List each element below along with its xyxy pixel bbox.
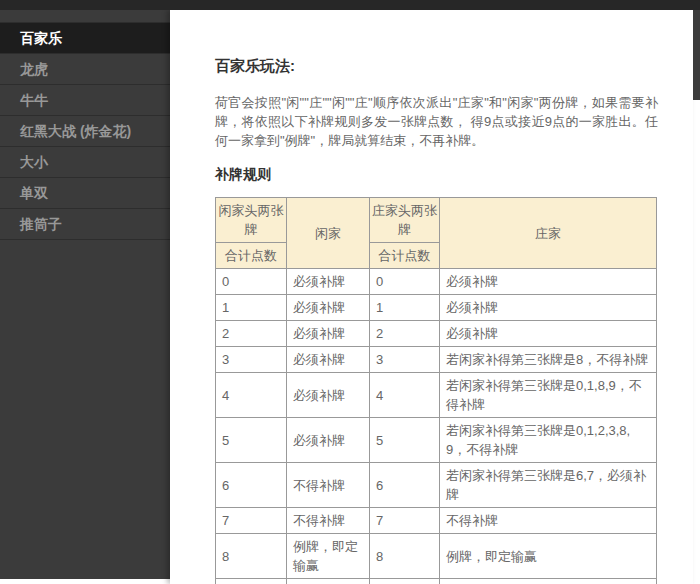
content-panel: 百家乐玩法: 荷官会按照"闲""庄""闲""庄"顺序依次派出"庄家"和"闲家"两… — [170, 10, 693, 584]
sidebar-item-3[interactable]: 红黑大战 (炸金花) — [0, 116, 170, 147]
cell-banker-rule: 不得补牌 — [440, 508, 657, 534]
table-row: 5必须补牌5若闲家补得第三张牌是0,1,2,3,8,9，不得补牌 — [216, 418, 657, 463]
table-row: 1必须补牌1必须补牌 — [216, 295, 657, 321]
cell-player-points: 3 — [216, 347, 287, 373]
sidebar-item-6[interactable]: 推筒子 — [0, 209, 170, 240]
cell-banker-points: 4 — [370, 373, 440, 418]
cell-player-points: 0 — [216, 269, 287, 295]
cell-banker-rule: 例牌，即定输赢 — [440, 579, 657, 584]
cell-player-rule: 不得补牌 — [287, 508, 370, 534]
cell-player-rule: 必须补牌 — [287, 373, 370, 418]
table-row: 9例牌，即定输赢9例牌，即定输赢 — [216, 579, 657, 584]
table-row: 8例牌，即定输赢8例牌，即定输赢 — [216, 534, 657, 579]
scrollbar-thumb[interactable] — [693, 10, 700, 100]
cell-banker-points: 1 — [370, 295, 440, 321]
sidebar-item-2[interactable]: 牛牛 — [0, 85, 170, 116]
cell-banker-points: 3 — [370, 347, 440, 373]
cell-player-points: 2 — [216, 321, 287, 347]
cell-player-points: 7 — [216, 508, 287, 534]
cell-player-points: 5 — [216, 418, 287, 463]
table-row: 7不得补牌7不得补牌 — [216, 508, 657, 534]
cell-player-rule: 例牌，即定输赢 — [287, 534, 370, 579]
cell-banker-rule: 若闲家补得第三张牌是0,1,2,3,8,9，不得补牌 — [440, 418, 657, 463]
table-row: 4必须补牌4若闲家补得第三张牌是0,1,8,9，不得补牌 — [216, 373, 657, 418]
page-title: 百家乐玩法: — [215, 57, 658, 76]
cell-banker-rule: 若闲家补得第三张牌是0,1,8,9，不得补牌 — [440, 373, 657, 418]
cell-banker-points: 9 — [370, 579, 440, 584]
cell-player-points: 6 — [216, 463, 287, 508]
cell-banker-rule: 必须补牌 — [440, 269, 657, 295]
cell-player-rule: 必须补牌 — [287, 321, 370, 347]
cell-banker-rule: 例牌，即定输赢 — [440, 534, 657, 579]
header-banker-two-cards: 庄家头两张牌 — [370, 198, 440, 243]
cell-player-rule: 必须补牌 — [287, 418, 370, 463]
sidebar-item-1[interactable]: 龙虎 — [0, 54, 170, 85]
table-row: 2必须补牌2必须补牌 — [216, 321, 657, 347]
cell-banker-rule: 必须补牌 — [440, 295, 657, 321]
cell-player-points: 8 — [216, 534, 287, 579]
header-banker-total: 合计点数 — [370, 243, 440, 269]
table-row: 6不得补牌6若闲家补得第三张牌是6,7，必须补牌 — [216, 463, 657, 508]
cell-player-rule: 必须补牌 — [287, 269, 370, 295]
rules-table-body: 0必须补牌0必须补牌1必须补牌1必须补牌2必须补牌2必须补牌3必须补牌3若闲家补… — [216, 269, 657, 584]
sidebar-menu: 百家乐龙虎牛牛红黑大战 (炸金花)大小单双推筒子 — [0, 22, 170, 240]
cell-player-points: 9 — [216, 579, 287, 584]
header-player: 闲家 — [287, 198, 370, 269]
sidebar-footer-gap — [0, 579, 170, 584]
cell-banker-points: 8 — [370, 534, 440, 579]
game-description: 荷官会按照"闲""庄""闲""庄"顺序依次派出"庄家"和"闲家"两份牌，如果需要… — [215, 93, 658, 150]
rules-table: 闲家头两张牌 闲家 庄家头两张牌 庄家 合计点数 合计点数 0必须补牌0必须补牌… — [215, 197, 657, 584]
table-row: 0必须补牌0必须补牌 — [216, 269, 657, 295]
sidebar-item-0[interactable]: 百家乐 — [0, 23, 170, 54]
cell-banker-points: 6 — [370, 463, 440, 508]
cell-banker-points: 7 — [370, 508, 440, 534]
cell-banker-points: 2 — [370, 321, 440, 347]
cell-banker-points: 5 — [370, 418, 440, 463]
header-player-total: 合计点数 — [216, 243, 287, 269]
cell-banker-points: 0 — [370, 269, 440, 295]
sidebar: 百家乐龙虎牛牛红黑大战 (炸金花)大小单双推筒子 — [0, 10, 170, 579]
cell-player-rule: 必须补牌 — [287, 295, 370, 321]
cell-player-rule: 例牌，即定输赢 — [287, 579, 370, 584]
cell-player-rule: 不得补牌 — [287, 463, 370, 508]
cell-player-points: 1 — [216, 295, 287, 321]
sidebar-item-4[interactable]: 大小 — [0, 147, 170, 178]
table-row: 3必须补牌3若闲家补得第三张牌是8，不得补牌 — [216, 347, 657, 373]
cell-banker-rule: 若闲家补得第三张牌是8，不得补牌 — [440, 347, 657, 373]
sidebar-item-5[interactable]: 单双 — [0, 178, 170, 209]
header-player-two-cards: 闲家头两张牌 — [216, 198, 287, 243]
top-bar — [0, 0, 700, 10]
cell-player-rule: 必须补牌 — [287, 347, 370, 373]
rules-title: 补牌规则 — [215, 166, 658, 184]
cell-banker-rule: 必须补牌 — [440, 321, 657, 347]
cell-player-points: 4 — [216, 373, 287, 418]
header-banker: 庄家 — [440, 198, 657, 269]
cell-banker-rule: 若闲家补得第三张牌是6,7，必须补牌 — [440, 463, 657, 508]
